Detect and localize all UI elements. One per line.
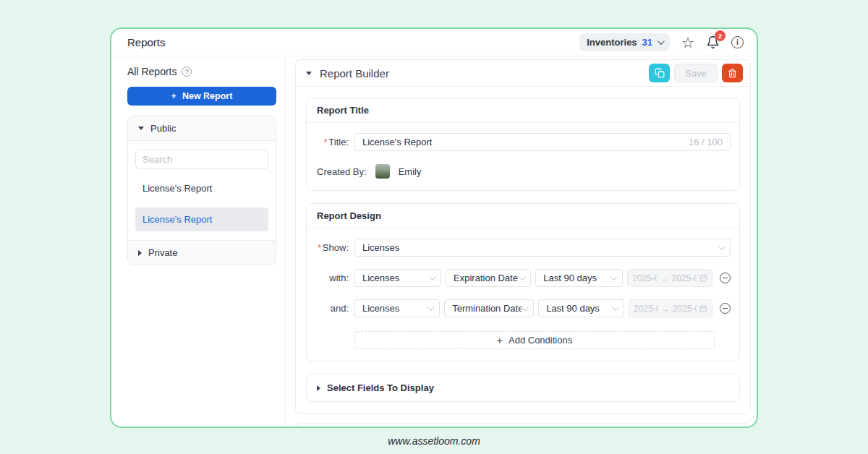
caret-right-icon [317,385,320,391]
report-title-heading: Report Title [307,98,739,123]
section-heading-label: Report Title [317,105,369,116]
condition-range-select[interactable]: Last 90 days [535,269,623,287]
report-builder-panel: Report Builder Save [295,59,751,414]
list-item-report-selected[interactable]: License's Report [135,207,268,231]
calendar-icon [699,304,707,313]
report-builder-title: Report Builder [320,67,389,80]
private-group-toggle[interactable]: Private [128,240,276,265]
chevron-down-icon [519,273,526,280]
title-input-wrap: 16 / 100 [354,133,731,151]
reports-sidebar: All Reports ? + New Report Public Licens… [111,56,285,427]
report-item-label: License's Report [142,183,212,194]
arrow-right-icon: → [661,304,670,314]
reports-app-window: Reports Inventories 31 ☆ 2 i All Reports [110,27,758,428]
caret-down-icon [138,127,144,130]
add-conditions-button[interactable]: + Add Conditions [354,331,715,349]
select-value: Last 90 days [543,273,610,283]
remove-condition-icon[interactable] [720,273,731,283]
notification-badge: 2 [715,30,726,41]
star-icon[interactable]: ☆ [681,35,694,50]
avatar [375,164,390,179]
notifications-button[interactable]: 2 [706,35,720,49]
select-value: Licenses [362,303,427,314]
public-group-toggle[interactable]: Public [128,116,276,141]
search-input[interactable] [135,150,268,169]
date-range-input-disabled: 2025-0 → 2025-0 [627,269,712,287]
condition-entity-select[interactable]: Licenses [354,299,440,317]
report-item-label: License's Report [142,214,212,225]
condition-prefix-label: with: [317,273,349,283]
report-results-header[interactable]: Report Results Run Report [296,424,750,427]
caret-down-icon [306,72,312,75]
remove-condition-icon[interactable] [720,303,731,314]
plus-icon: + [171,91,176,101]
inventories-count: 31 [642,37,652,48]
select-value: Last 90 days [546,303,612,314]
help-icon[interactable]: ? [182,67,192,77]
chevron-down-icon [427,304,435,311]
sidebar-title: All Reports [127,66,176,77]
save-button[interactable]: Save [674,64,718,82]
inventories-label: Inventories [587,37,637,48]
duplicate-report-button[interactable] [649,64,670,82]
select-value: Termination Date [452,303,522,314]
copy-icon [655,68,665,78]
required-asterisk: * [324,137,328,147]
show-select[interactable]: Licenses [354,239,731,257]
select-value: Licenses [362,273,429,283]
report-design-section: Report Design *Show: Licenses [306,203,740,361]
chevron-down-icon [522,304,529,311]
char-counter: 16 / 100 [689,137,723,147]
list-item-report[interactable]: License's Report [135,176,268,200]
chevron-down-icon [610,273,618,280]
required-asterisk: * [318,243,321,253]
condition-field-select[interactable]: Termination Date [444,299,534,317]
title-input[interactable] [362,137,689,147]
show-field-label: *Show: [317,242,349,253]
delete-report-button[interactable] [722,64,743,82]
report-design-heading: Report Design [307,204,739,228]
inventories-dropdown[interactable]: Inventories 31 [579,33,670,51]
new-report-button[interactable]: + New Report [127,87,276,106]
condition-range-select[interactable]: Last 90 days [538,299,624,317]
page-title: Reports [127,36,166,48]
calendar-icon [699,274,707,283]
app-header: Reports Inventories 31 ☆ 2 i [111,29,757,56]
select-fields-toggle[interactable]: Select Fields To Display [307,374,739,401]
report-title-section: Report Title *Title: 16 / 100 [306,98,740,191]
chevron-down-icon [658,38,665,45]
condition-entity-select[interactable]: Licenses [354,269,441,287]
date-range-input-disabled: 2025-0 → 2025-0 [629,299,712,317]
trash-icon [728,69,737,78]
chevron-down-icon [429,273,436,280]
condition-row: with: Licenses Expiration Date [317,269,731,287]
arrow-right-icon: → [660,273,669,283]
created-by-label: Created By: [317,166,367,177]
select-fields-label: Select Fields To Display [327,382,434,393]
date-start: 2025-0 [632,273,657,283]
date-end: 2025-0 [672,273,697,283]
section-heading-label: Report Design [317,210,381,221]
date-end: 2025-0 [673,304,697,314]
select-value: Expiration Date [454,273,519,283]
condition-field-select[interactable]: Expiration Date [446,269,531,287]
reports-tree: Public License's Report License's Report… [127,116,276,265]
chevron-down-icon [612,304,619,311]
report-builder-header[interactable]: Report Builder Save [296,60,750,87]
select-fields-section: Select Fields To Display [306,374,740,402]
caret-right-icon [138,250,142,256]
title-field-label: *Title: [317,137,349,147]
show-select-value: Licenses [362,242,718,253]
date-start: 2025-0 [634,304,658,314]
condition-prefix-label: and: [317,303,349,314]
condition-row: and: Licenses Termination Date [317,299,731,317]
plus-icon: + [497,335,503,346]
info-icon[interactable]: i [731,36,744,48]
created-by-name: Emily [399,166,422,177]
private-group-label: Private [148,247,177,258]
public-group-label: Public [150,123,176,134]
new-report-label: New Report [182,91,232,101]
site-url: www.assetloom.com [0,435,868,447]
chevron-down-icon [718,243,726,250]
main-content: Report Builder Save [285,56,757,427]
